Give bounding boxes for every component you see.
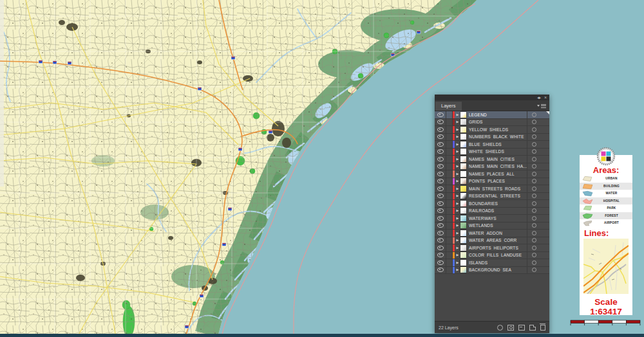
delete-layer-icon[interactable] <box>540 325 545 331</box>
layer-row[interactable]: ▶WHITE_SHIELDS <box>435 149 549 156</box>
visibility-toggle[interactable] <box>435 163 446 170</box>
expand-triangle-icon[interactable]: ▶ <box>455 133 460 140</box>
panel-drag-bar[interactable]: ◂▸ × <box>435 95 549 100</box>
layer-row[interactable]: ▶LEGEND <box>435 111 549 119</box>
target-column[interactable] <box>527 230 549 237</box>
layer-row[interactable]: ▶BLUE_SHIELDS <box>435 141 549 149</box>
lock-column[interactable] <box>446 252 453 259</box>
panel-menu-icon[interactable] <box>538 103 546 109</box>
lock-column[interactable] <box>446 267 453 274</box>
expand-triangle-icon[interactable]: ▶ <box>455 266 460 273</box>
layer-row[interactable]: ▶NAMES_MAIN_CITIES <box>435 156 549 163</box>
legend-panel[interactable]: Areas: URBANBUILDINGWATERHOSPITALPARKFOR… <box>580 155 632 315</box>
lock-column[interactable] <box>446 163 453 170</box>
layer-row[interactable]: ▶MAIN_STREETS_ROADS <box>435 185 549 193</box>
target-column[interactable] <box>527 215 549 222</box>
layer-row[interactable]: ▶RESIDENTIAL_STREETS <box>435 193 549 201</box>
expand-triangle-icon[interactable]: ▶ <box>455 178 460 185</box>
expand-triangle-icon[interactable]: ▶ <box>455 192 460 199</box>
visibility-toggle[interactable] <box>435 208 446 215</box>
lock-column[interactable] <box>446 215 453 222</box>
target-column[interactable] <box>527 185 549 192</box>
lock-column[interactable] <box>446 156 453 163</box>
visibility-toggle[interactable] <box>435 111 446 118</box>
visibility-toggle[interactable] <box>435 156 446 163</box>
expand-triangle-icon[interactable]: ▶ <box>455 237 460 244</box>
layer-row[interactable]: ▶NAMES_PLACES_ALL <box>435 170 549 178</box>
lock-column[interactable] <box>446 223 453 230</box>
target-column[interactable] <box>527 163 549 170</box>
collapse-panel-icon[interactable]: ◂▸ <box>537 95 540 100</box>
expand-triangle-icon[interactable]: ▶ <box>455 170 460 178</box>
target-column[interactable] <box>527 237 549 244</box>
layer-row[interactable]: ▶ISLANDS <box>435 259 549 267</box>
visibility-toggle[interactable] <box>435 119 446 126</box>
expand-triangle-icon[interactable]: ▶ <box>455 111 460 118</box>
visibility-toggle[interactable] <box>435 149 446 156</box>
layer-row[interactable]: ▶WATER_ADDON <box>435 230 549 237</box>
expand-triangle-icon[interactable]: ▶ <box>455 141 460 148</box>
target-column[interactable] <box>527 200 549 207</box>
visibility-toggle[interactable] <box>435 134 446 141</box>
layer-row[interactable]: ▶YELLOW_SHIELDS <box>435 126 549 134</box>
expand-triangle-icon[interactable]: ▶ <box>455 230 460 237</box>
expand-triangle-icon[interactable]: ▶ <box>455 244 460 251</box>
lock-column[interactable] <box>446 149 453 156</box>
layer-row[interactable]: ▶WATERWAYS <box>435 215 549 223</box>
expand-triangle-icon[interactable]: ▶ <box>455 156 460 163</box>
layer-row[interactable]: ▶BOUNDARIES <box>435 200 549 208</box>
visibility-toggle[interactable] <box>435 230 446 237</box>
lock-column[interactable] <box>446 259 453 266</box>
visibility-toggle[interactable] <box>435 259 446 266</box>
target-column[interactable] <box>527 126 549 133</box>
lock-column[interactable] <box>446 126 453 133</box>
locate-object-icon[interactable] <box>497 325 503 331</box>
layer-row[interactable]: ▶AIRPORTS_HELIPORTS <box>435 244 549 252</box>
target-column[interactable] <box>527 156 549 163</box>
lock-column[interactable] <box>446 111 453 118</box>
lock-column[interactable] <box>446 237 453 244</box>
target-column[interactable] <box>527 252 549 259</box>
visibility-toggle[interactable] <box>435 200 446 207</box>
lock-column[interactable] <box>446 134 453 141</box>
new-layer-icon[interactable] <box>529 325 536 331</box>
clipping-mask-icon[interactable] <box>507 325 514 331</box>
lock-column[interactable] <box>446 244 453 251</box>
lock-column[interactable] <box>446 170 453 178</box>
expand-triangle-icon[interactable]: ▶ <box>455 259 460 266</box>
expand-triangle-icon[interactable]: ▶ <box>455 207 460 214</box>
lock-column[interactable] <box>446 200 453 207</box>
expand-triangle-icon[interactable]: ▶ <box>455 222 460 229</box>
layer-row[interactable]: ▶POINTS_PLACES <box>435 178 549 186</box>
target-column[interactable] <box>527 208 549 215</box>
visibility-toggle[interactable] <box>435 193 446 200</box>
target-column[interactable] <box>527 141 549 148</box>
visibility-toggle[interactable] <box>435 252 446 259</box>
layer-row[interactable]: ▶BACKGROUND_SEA <box>435 267 549 275</box>
new-sublayer-icon[interactable] <box>518 325 525 331</box>
layer-row[interactable]: ▶WATER_AREAS_CORR <box>435 237 549 245</box>
target-column[interactable] <box>527 149 549 156</box>
visibility-toggle[interactable] <box>435 126 446 133</box>
lock-column[interactable] <box>446 193 453 200</box>
target-column[interactable] <box>527 193 549 200</box>
layer-row[interactable]: ▶GRIDS <box>435 119 549 127</box>
visibility-toggle[interactable] <box>435 185 446 192</box>
visibility-toggle[interactable] <box>435 178 446 185</box>
tab-layers[interactable]: Layers <box>435 102 462 111</box>
target-column[interactable] <box>527 119 549 126</box>
expand-triangle-icon[interactable]: ▶ <box>455 251 460 259</box>
expand-triangle-icon[interactable]: ▶ <box>455 126 460 133</box>
layer-row[interactable]: ▶RAILROADS <box>435 208 549 215</box>
visibility-toggle[interactable] <box>435 215 446 222</box>
visibility-toggle[interactable] <box>435 223 446 230</box>
target-column[interactable] <box>527 244 549 251</box>
visibility-toggle[interactable] <box>435 141 446 148</box>
layer-row[interactable]: ▶NUMBERS_BLACK_WHITE <box>435 134 549 141</box>
layer-row[interactable]: ▶COLOR_FILLS_LANDUSE <box>435 252 549 260</box>
visibility-toggle[interactable] <box>435 244 446 251</box>
layer-row[interactable]: ▶NAMES_MAIN_CITIES_HA... <box>435 163 549 171</box>
visibility-toggle[interactable] <box>435 237 446 244</box>
lock-column[interactable] <box>446 178 453 185</box>
target-column[interactable] <box>527 267 549 274</box>
